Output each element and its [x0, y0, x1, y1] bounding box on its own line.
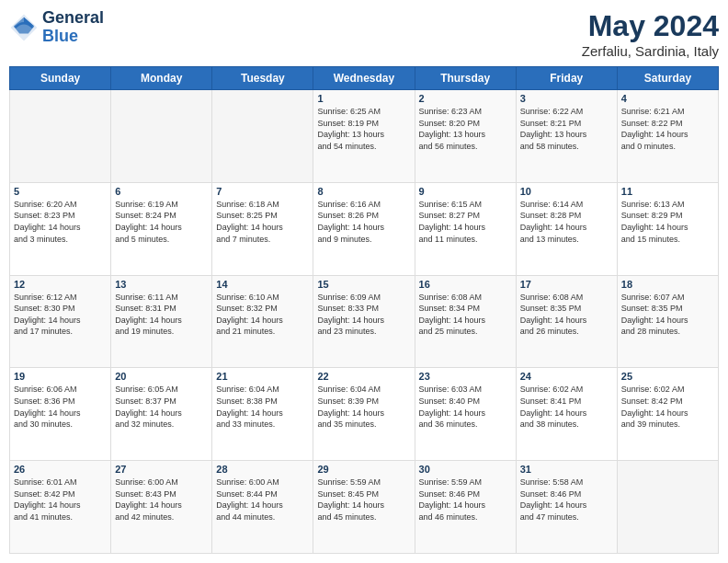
daylight-text-line1: Daylight: 14 hours	[115, 408, 208, 419]
daylight-text-line1: Daylight: 14 hours	[621, 129, 714, 141]
daylight-text-line2: and 54 minutes.	[317, 141, 410, 153]
daylight-text-line2: and 9 minutes.	[317, 234, 410, 246]
sunrise-text: Sunrise: 6:04 AM	[216, 384, 309, 396]
calendar-cell: 14Sunrise: 6:10 AMSunset: 8:32 PMDayligh…	[212, 275, 313, 368]
day-of-week-header: Sunday	[10, 67, 111, 90]
daylight-text-line2: and 28 minutes.	[621, 326, 714, 338]
sunrise-text: Sunrise: 6:01 AM	[14, 477, 107, 488]
calendar-cell: 9Sunrise: 6:15 AMSunset: 8:27 PMDaylight…	[415, 182, 516, 275]
daylight-text-line2: and 30 minutes.	[14, 419, 107, 431]
daylight-text-line1: Daylight: 13 hours	[520, 129, 613, 141]
sunset-text: Sunset: 8:19 PM	[317, 118, 410, 130]
sunset-text: Sunset: 8:39 PM	[317, 396, 410, 408]
day-info: Sunrise: 6:19 AMSunset: 8:24 PMDaylight:…	[115, 199, 208, 245]
daylight-text-line1: Daylight: 14 hours	[520, 222, 613, 234]
day-number: 16	[419, 279, 512, 290]
day-number: 18	[621, 279, 714, 290]
calendar-cell: 8Sunrise: 6:16 AMSunset: 8:26 PMDaylight…	[313, 182, 415, 275]
sunset-text: Sunset: 8:46 PM	[419, 488, 512, 500]
daylight-text-line1: Daylight: 14 hours	[419, 222, 512, 234]
sunset-text: Sunset: 8:38 PM	[216, 396, 309, 408]
sunset-text: Sunset: 8:33 PM	[317, 303, 410, 315]
calendar-cell: 10Sunrise: 6:14 AMSunset: 8:28 PMDayligh…	[516, 182, 617, 275]
day-number: 6	[115, 186, 208, 197]
day-number: 20	[115, 371, 208, 382]
sunset-text: Sunset: 8:41 PM	[520, 396, 613, 408]
sunset-text: Sunset: 8:25 PM	[216, 210, 309, 222]
day-number: 5	[14, 186, 107, 197]
daylight-text-line1: Daylight: 14 hours	[14, 222, 107, 234]
day-of-week-header: Tuesday	[212, 67, 313, 90]
day-info: Sunrise: 6:08 AMSunset: 8:34 PMDaylight:…	[419, 292, 512, 338]
daylight-text-line1: Daylight: 14 hours	[621, 315, 714, 327]
daylight-text-line1: Daylight: 14 hours	[115, 222, 208, 234]
location: Zerfaliu, Sardinia, Italy	[582, 43, 719, 59]
daylight-text-line1: Daylight: 14 hours	[14, 408, 107, 419]
day-of-week-header: Wednesday	[313, 67, 415, 90]
daylight-text-line2: and 32 minutes.	[115, 419, 208, 431]
day-info: Sunrise: 5:59 AMSunset: 8:45 PMDaylight:…	[317, 477, 410, 523]
daylight-text-line2: and 41 minutes.	[14, 511, 107, 523]
sunset-text: Sunset: 8:26 PM	[317, 210, 410, 222]
day-info: Sunrise: 6:25 AMSunset: 8:19 PMDaylight:…	[317, 106, 410, 152]
sunrise-text: Sunrise: 6:25 AM	[317, 106, 410, 118]
sunset-text: Sunset: 8:34 PM	[419, 303, 512, 315]
calendar-cell: 28Sunrise: 6:00 AMSunset: 8:44 PMDayligh…	[212, 461, 313, 554]
calendar-cell: 18Sunrise: 6:07 AMSunset: 8:35 PMDayligh…	[617, 275, 718, 368]
sunset-text: Sunset: 8:23 PM	[14, 210, 107, 222]
day-info: Sunrise: 5:58 AMSunset: 8:46 PMDaylight:…	[520, 477, 613, 523]
day-number: 13	[115, 279, 208, 290]
sunset-text: Sunset: 8:42 PM	[621, 396, 714, 408]
sunrise-text: Sunrise: 6:00 AM	[216, 477, 309, 488]
sunrise-text: Sunrise: 6:23 AM	[419, 106, 512, 118]
daylight-text-line1: Daylight: 13 hours	[419, 129, 512, 141]
daylight-text-line2: and 19 minutes.	[115, 326, 208, 338]
daylight-text-line1: Daylight: 14 hours	[317, 222, 410, 234]
daylight-text-line2: and 5 minutes.	[115, 234, 208, 246]
calendar-cell: 26Sunrise: 6:01 AMSunset: 8:42 PMDayligh…	[10, 461, 111, 554]
daylight-text-line2: and 13 minutes.	[520, 234, 613, 246]
day-info: Sunrise: 6:21 AMSunset: 8:22 PMDaylight:…	[621, 106, 714, 152]
header: General Blue May 2024 Zerfaliu, Sardinia…	[9, 9, 719, 59]
daylight-text-line2: and 47 minutes.	[520, 511, 613, 523]
sunset-text: Sunset: 8:29 PM	[621, 210, 714, 222]
logo-general: General	[42, 9, 104, 28]
calendar-week-row: 26Sunrise: 6:01 AMSunset: 8:42 PMDayligh…	[10, 461, 719, 554]
daylight-text-line1: Daylight: 14 hours	[14, 500, 107, 511]
day-of-week-header: Thursday	[415, 67, 516, 90]
calendar-cell: 2Sunrise: 6:23 AMSunset: 8:20 PMDaylight…	[415, 90, 516, 183]
day-number: 1	[317, 93, 410, 104]
calendar-cell	[212, 90, 313, 183]
sunrise-text: Sunrise: 6:07 AM	[621, 292, 714, 304]
sunrise-text: Sunrise: 6:16 AM	[317, 199, 410, 211]
sunrise-text: Sunrise: 5:59 AM	[317, 477, 410, 488]
day-number: 30	[419, 464, 512, 475]
calendar-cell: 22Sunrise: 6:04 AMSunset: 8:39 PMDayligh…	[313, 368, 415, 461]
sunrise-text: Sunrise: 6:15 AM	[419, 199, 512, 211]
daylight-text-line1: Daylight: 14 hours	[216, 500, 309, 511]
calendar-cell: 23Sunrise: 6:03 AMSunset: 8:40 PMDayligh…	[415, 368, 516, 461]
day-info: Sunrise: 6:23 AMSunset: 8:20 PMDaylight:…	[419, 106, 512, 152]
calendar-week-row: 19Sunrise: 6:06 AMSunset: 8:36 PMDayligh…	[10, 368, 719, 461]
day-info: Sunrise: 6:06 AMSunset: 8:36 PMDaylight:…	[14, 384, 107, 430]
sunrise-text: Sunrise: 6:22 AM	[520, 106, 613, 118]
day-info: Sunrise: 5:59 AMSunset: 8:46 PMDaylight:…	[419, 477, 512, 523]
day-info: Sunrise: 6:05 AMSunset: 8:37 PMDaylight:…	[115, 384, 208, 430]
daylight-text-line1: Daylight: 14 hours	[419, 315, 512, 327]
sunrise-text: Sunrise: 6:08 AM	[419, 292, 512, 304]
sunset-text: Sunset: 8:44 PM	[216, 488, 309, 500]
calendar-cell	[111, 90, 212, 183]
day-info: Sunrise: 6:08 AMSunset: 8:35 PMDaylight:…	[520, 292, 613, 338]
daylight-text-line2: and 7 minutes.	[216, 234, 309, 246]
daylight-text-line2: and 26 minutes.	[520, 326, 613, 338]
day-info: Sunrise: 6:00 AMSunset: 8:43 PMDaylight:…	[115, 477, 208, 523]
day-number: 24	[520, 371, 613, 382]
calendar: SundayMondayTuesdayWednesdayThursdayFrid…	[9, 66, 719, 554]
sunset-text: Sunset: 8:21 PM	[520, 118, 613, 130]
sunset-text: Sunset: 8:32 PM	[216, 303, 309, 315]
daylight-text-line2: and 44 minutes.	[216, 511, 309, 523]
calendar-week-row: 5Sunrise: 6:20 AMSunset: 8:23 PMDaylight…	[10, 182, 719, 275]
day-info: Sunrise: 6:03 AMSunset: 8:40 PMDaylight:…	[419, 384, 512, 430]
daylight-text-line1: Daylight: 14 hours	[317, 408, 410, 419]
day-number: 7	[216, 186, 309, 197]
